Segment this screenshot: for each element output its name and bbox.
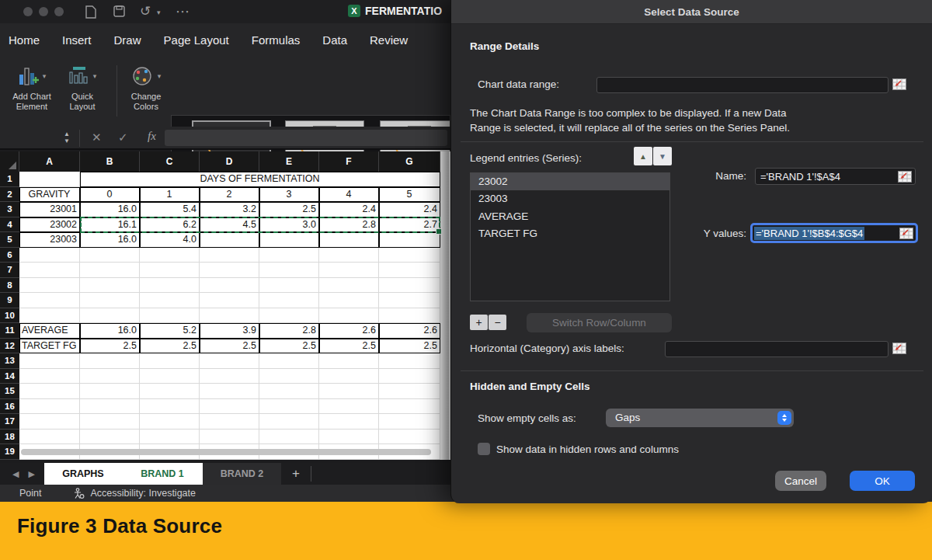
cell-B8[interactable] (80, 278, 140, 294)
sheet-tab-brand-1[interactable]: BRAND 1 (122, 463, 203, 485)
cell-F8[interactable] (319, 278, 379, 294)
cell-C10[interactable] (140, 308, 200, 324)
enter-entry-icon[interactable]: ✓ (118, 130, 128, 144)
cell-G7[interactable] (379, 263, 440, 278)
cell-G3[interactable]: 2.4 (379, 202, 440, 217)
move-series-down-button[interactable]: ▼ (653, 147, 672, 165)
sheet-nav-right-icon[interactable]: ▶ (23, 469, 43, 479)
series-item-target-fg[interactable]: TARGET FG (471, 225, 669, 242)
ok-button[interactable]: OK (850, 471, 915, 491)
show-empty-cells-dropdown[interactable]: Gaps (606, 409, 794, 427)
cell-D7[interactable] (200, 263, 259, 278)
cell-B12[interactable]: 2.5 (80, 339, 140, 354)
cell-F12[interactable]: 2.5 (319, 339, 379, 354)
row-header-19[interactable]: 19 (0, 444, 19, 460)
cell-G9[interactable] (379, 293, 440, 308)
y-values-input[interactable]: ='BRAND 1'!$B$4:$G$4 (750, 223, 918, 243)
undo-icon[interactable]: ↺ (140, 3, 151, 19)
cell-E8[interactable] (259, 278, 319, 294)
add-sheet-button[interactable]: + (281, 463, 311, 485)
row-header-4[interactable]: 4 (0, 217, 19, 233)
cell-F10[interactable] (319, 308, 379, 324)
cell-A13[interactable] (19, 353, 80, 369)
cell-B14[interactable] (80, 369, 140, 384)
cell-A2[interactable]: GRAVITY (19, 187, 80, 203)
accessibility-icon[interactable] (73, 488, 85, 499)
cell-F15[interactable] (319, 384, 379, 399)
cell-G10[interactable] (379, 308, 440, 324)
cell-B11[interactable]: 16.0 (80, 323, 140, 339)
cell-D8[interactable] (200, 278, 259, 294)
cell-C8[interactable] (140, 278, 200, 294)
cell-E10[interactable] (259, 308, 319, 324)
range-selector-icon[interactable] (892, 78, 906, 90)
row-header-17[interactable]: 17 (0, 414, 19, 430)
cancel-button[interactable]: Cancel (775, 471, 826, 491)
cell-E18[interactable] (259, 430, 319, 445)
ribbon-tab-data[interactable]: Data (322, 33, 347, 47)
cell-A17[interactable] (19, 414, 80, 430)
cell-A10[interactable] (19, 308, 80, 324)
fill-handle[interactable] (436, 228, 442, 235)
cell-C3[interactable]: 5.4 (140, 202, 200, 217)
cell-A7[interactable] (19, 263, 80, 278)
cell-A16[interactable] (19, 399, 80, 415)
cell-G13[interactable] (379, 353, 440, 369)
cell-B6[interactable] (80, 248, 140, 263)
ribbon-tab-page-layout[interactable]: Page Layout (164, 33, 229, 47)
column-header-D[interactable]: D (200, 151, 259, 172)
cell-G12[interactable]: 2.5 (379, 339, 440, 354)
cell-F6[interactable] (319, 248, 379, 263)
cell-A5[interactable]: 23003 (19, 232, 80, 248)
cell-F9[interactable] (319, 293, 379, 308)
cell-B7[interactable] (80, 263, 140, 278)
cell-E6[interactable] (259, 248, 319, 263)
cell-F13[interactable] (319, 353, 379, 369)
row-header-13[interactable]: 13 (0, 353, 19, 369)
cell-D15[interactable] (200, 384, 259, 399)
cell-D2[interactable]: 2 (200, 187, 259, 203)
series-item-23002[interactable]: 23002 (471, 173, 669, 190)
column-header-G[interactable]: G (379, 151, 440, 172)
column-header-C[interactable]: C (140, 151, 200, 172)
column-header-B[interactable]: B (80, 151, 140, 172)
row-header-18[interactable]: 18 (0, 430, 19, 445)
cell-A14[interactable] (19, 369, 80, 384)
sheet-tab-graphs[interactable]: GRAPHS (44, 463, 122, 485)
cell-D17[interactable] (200, 414, 259, 430)
cell-D5[interactable] (200, 232, 259, 248)
cell-G18[interactable] (379, 430, 440, 445)
cell-B2[interactable]: 0 (80, 187, 140, 203)
cancel-entry-icon[interactable]: ✕ (92, 130, 102, 144)
undo-chevron-icon[interactable]: ▾ (157, 9, 161, 16)
cell-F11[interactable]: 2.6 (319, 323, 379, 339)
row-header-11[interactable]: 11 (0, 323, 19, 339)
cell-E15[interactable] (259, 384, 319, 399)
ribbon-tab-formulas[interactable]: Formulas (252, 33, 301, 47)
cell-B5[interactable]: 16.0 (80, 232, 140, 248)
cell-G17[interactable] (379, 414, 440, 430)
cell-A6[interactable] (19, 248, 80, 263)
cell-D10[interactable] (200, 308, 259, 324)
row-header-14[interactable]: 14 (0, 369, 19, 384)
cell-C12[interactable]: 2.5 (140, 339, 200, 354)
cell-A18[interactable] (19, 430, 80, 445)
horizontal-scrollbar[interactable] (21, 449, 431, 455)
cell-E11[interactable]: 2.8 (259, 323, 319, 339)
cell-A11[interactable]: AVERAGE (19, 323, 80, 339)
column-header-E[interactable]: E (259, 151, 319, 172)
cell-A9[interactable] (19, 293, 80, 308)
cell-C7[interactable] (140, 263, 200, 278)
cell-D11[interactable]: 3.9 (200, 323, 259, 339)
range-selector-icon[interactable] (892, 343, 906, 354)
range-selector-icon[interactable] (898, 171, 912, 183)
cell-E3[interactable]: 2.5 (259, 202, 319, 217)
zoom-window-icon[interactable] (54, 7, 64, 16)
cell-C5[interactable]: 4.0 (140, 232, 200, 248)
cell-A4[interactable]: 23002 (19, 217, 80, 233)
row-header-5[interactable]: 5 (0, 232, 19, 248)
add-chart-element-button[interactable]: ▾ Add Chart Element (6, 61, 57, 111)
cell-E17[interactable] (259, 414, 319, 430)
cell-A15[interactable] (19, 384, 80, 399)
row-header-12[interactable]: 12 (0, 339, 19, 354)
